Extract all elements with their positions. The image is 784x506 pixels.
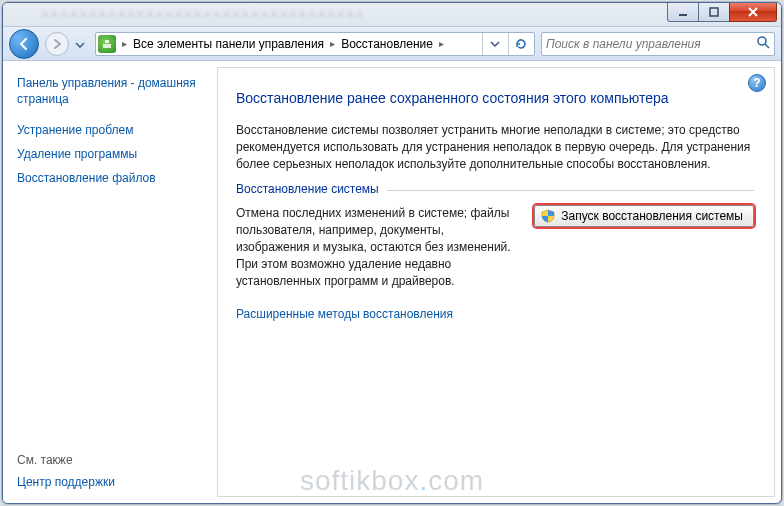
breadcrumb-bar[interactable]: ▸ Все элементы панели управления ▸ Восст…	[95, 32, 535, 56]
chevron-down-icon	[490, 41, 500, 47]
svg-line-5	[765, 44, 769, 48]
sidebar-link-action-center[interactable]: Центр поддержки	[17, 475, 115, 489]
svg-rect-0	[679, 14, 687, 16]
search-icon	[756, 35, 770, 52]
breadcrumb-recovery[interactable]: Восстановление	[341, 37, 433, 51]
nav-forward-button[interactable]	[45, 32, 69, 56]
see-also-label: См. также	[17, 453, 115, 467]
page-heading: Восстановление ранее сохраненного состоя…	[236, 90, 754, 106]
sidebar-link-uninstall[interactable]: Удаление программы	[17, 147, 203, 161]
sidebar: Панель управления - домашняя страница Ус…	[3, 61, 217, 503]
nav-back-button[interactable]	[9, 29, 39, 59]
nav-history-dropdown[interactable]	[75, 37, 89, 51]
svg-rect-3	[103, 44, 111, 48]
restore-button-label: Запуск восстановления системы	[561, 209, 743, 223]
search-placeholder: Поиск в панели управления	[546, 37, 701, 51]
group-label: Восстановление системы	[236, 182, 387, 196]
control-panel-icon	[98, 35, 116, 53]
close-button[interactable]	[729, 2, 777, 22]
system-restore-group: Восстановление системы Отмена последних …	[236, 190, 754, 321]
sidebar-link-file-recovery[interactable]: Восстановление файлов	[17, 171, 203, 185]
arrow-right-icon	[52, 39, 62, 49]
blurred-text: • • • • • • • • • • • • • • • • • • • • …	[43, 8, 363, 22]
main-panel: ? Восстановление ранее сохраненного сост…	[217, 67, 775, 497]
close-icon	[747, 6, 759, 18]
breadcrumb-sep-icon: ▸	[435, 38, 448, 49]
sidebar-home-link[interactable]: Панель управления - домашняя страница	[17, 75, 203, 107]
background-window-blur: • • • • • • • • • • • • • • • • • • • • …	[3, 3, 781, 27]
maximize-icon	[709, 7, 719, 17]
maximize-button[interactable]	[698, 2, 730, 22]
restore-description: Отмена последних изменений в системе; фа…	[236, 205, 514, 289]
open-system-restore-button[interactable]: Запуск восстановления системы	[534, 205, 754, 227]
address-bar: ▸ Все элементы панели управления ▸ Восст…	[3, 27, 781, 61]
control-panel-window: • • • • • • • • • • • • • • • • • • • • …	[2, 2, 782, 504]
advanced-recovery-link[interactable]: Расширенные методы восстановления	[236, 307, 453, 321]
intro-text: Восстановление системы позволяет устрани…	[236, 122, 754, 172]
content-body: Панель управления - домашняя страница Ус…	[3, 61, 781, 503]
window-buttons	[668, 2, 777, 22]
refresh-button[interactable]	[508, 33, 532, 55]
breadcrumb-sep-icon: ▸	[118, 38, 131, 49]
breadcrumb-sep-icon: ▸	[326, 38, 339, 49]
cp-glyph-icon	[102, 39, 112, 49]
minimize-icon	[678, 7, 688, 17]
uac-shield-icon	[541, 209, 555, 223]
svg-point-4	[758, 37, 766, 45]
sidebar-footer: См. также Центр поддержки	[17, 453, 115, 489]
minimize-button[interactable]	[667, 2, 699, 22]
breadcrumb-all-items[interactable]: Все элементы панели управления	[133, 37, 324, 51]
svg-rect-1	[710, 8, 718, 16]
sidebar-link-troubleshoot[interactable]: Устранение проблем	[17, 123, 203, 137]
chevron-down-icon	[75, 42, 85, 48]
svg-rect-2	[105, 40, 109, 43]
refresh-icon	[514, 37, 528, 51]
arrow-left-icon	[17, 37, 31, 51]
address-dropdown-button[interactable]	[482, 33, 506, 55]
search-input[interactable]: Поиск в панели управления	[541, 32, 775, 56]
window-titlebar: • • • • • • • • • • • • • • • • • • • • …	[3, 3, 781, 27]
help-button[interactable]: ?	[748, 74, 766, 92]
